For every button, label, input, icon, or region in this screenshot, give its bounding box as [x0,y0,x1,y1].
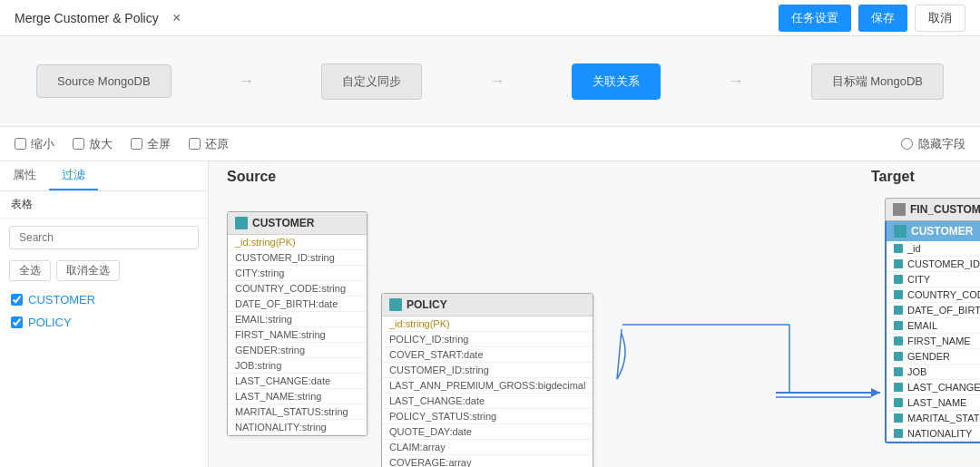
diagram-area: Source Target CUSTOMER _id: [209,161,980,467]
target-row: COUNTRY_CODE [887,287,980,303]
table-row: DATE_OF_BIRTH:date [228,297,367,312]
table-row: COVER_START:date [382,347,593,363]
target-row: NATIONALITY [887,426,980,442]
table-item-customer[interactable]: CUSTOMER [0,288,208,311]
fin-customer-header: FIN_CUSTOMER [885,198,980,221]
enlarge-checkbox[interactable] [73,138,84,150]
table-row: COUNTRY_CODE:string [228,281,367,297]
target-row: LAST_NAME [887,395,980,411]
target-row: CUSTOMER_ID [887,257,980,272]
pipeline-arrow-1 [172,72,321,91]
toolbar-enlarge[interactable]: 放大 [73,136,113,152]
customer-table[interactable]: CUSTOMER _id:string(PK) CUSTOMER_ID:stri… [227,211,368,436]
section-table-label: 表格 [0,191,208,219]
customer-table-header: CUSTOMER [228,212,367,235]
shrink-checkbox[interactable] [15,138,26,150]
target-row: LAST_CHANGE [887,380,980,395]
restore-checkbox[interactable] [189,138,201,150]
fin-icon [893,203,906,216]
toolbar: 缩小 放大 全屏 还原 隐藏字段 [0,127,980,161]
target-label: Target [871,169,915,185]
target-row: FIRST_NAME [887,334,980,349]
table-row: CUSTOMER_ID:string [228,250,367,266]
search-input[interactable] [9,226,199,249]
target-row: _id [887,241,980,257]
pipeline-arrow-3 [661,72,810,91]
target-row: GENDER [887,349,980,365]
deselect-all-button[interactable]: 取消全选 [56,260,120,281]
hide-fields-radio[interactable] [901,138,913,150]
target-inner-header: CUSTOMER [887,221,980,241]
table-row: EMAIL:string [228,312,367,327]
table-row: CLAIM:array [382,440,593,455]
pipeline-arrow-2 [422,72,572,91]
target-row: JOB [887,365,980,380]
target-group[interactable]: FIN_CUSTOMER CUSTOMER _id CUSTOMER_ID CI… [885,198,980,443]
title-bar: Merge Customer & Policy × 任务设置 保存 取消 [0,0,980,36]
target-row: DATE_OF_BIRTH [887,303,980,318]
svg-marker-3 [871,388,880,397]
save-button[interactable]: 保存 [858,5,907,32]
table-row: COVERAGE:array [382,455,593,467]
policy-checkbox[interactable] [11,316,23,328]
tab-filter[interactable]: 过滤 [49,161,98,190]
table-row: MARITAL_STATUS:string [228,404,367,420]
target-row: MARITAL_STATUS [887,411,980,426]
source-label: Source [227,169,276,185]
table-row: _id:string(PK) [382,316,593,332]
select-buttons: 全选 取消全选 [0,257,208,285]
table-row: QUOTE_DAY:date [382,424,593,440]
table-row: CITY:string [228,266,367,281]
table-row: NATIONALITY:string [228,420,367,435]
table-row: LAST_NAME:string [228,389,367,404]
title-bar-actions: 任务设置 保存 取消 [779,5,965,32]
toolbar-left: 缩小 放大 全屏 还原 [15,136,229,152]
table-row: LAST_CHANGE:date [228,374,367,389]
pipeline-step-source[interactable]: Source MongoDB [36,64,172,98]
table-item-policy[interactable]: POLICY [0,311,208,334]
tab-attribute[interactable]: 属性 [0,161,49,190]
pipeline-step-relation[interactable]: 关联关系 [572,63,661,100]
select-all-button[interactable]: 全选 [9,260,51,281]
target-inner-icon [894,225,906,238]
left-panel: 属性 过滤 表格 全选 取消全选 CUSTOMER POLICY [0,161,209,467]
table-row: LAST_CHANGE:date [382,394,593,409]
toolbar-fullscreen[interactable]: 全屏 [131,136,171,152]
customer-table-icon [235,217,248,229]
toolbar-right: 隐藏字段 [901,136,965,152]
toolbar-shrink[interactable]: 缩小 [15,136,54,152]
table-row: JOB:string [228,358,367,374]
policy-table[interactable]: POLICY _id:string(PK) POLICY_ID:string C… [381,293,593,467]
table-row: POLICY_ID:string [382,332,593,347]
target-row: EMAIL [887,318,980,334]
toolbar-restore[interactable]: 还原 [189,136,229,152]
close-button[interactable]: × [166,7,188,29]
table-row: _id:string(PK) [228,235,367,250]
table-row: GENDER:string [228,343,367,358]
table-row: POLICY_STATUS:string [382,409,593,424]
table-row: LAST_ANN_PREMIUM_GROSS:bigdecimal [382,378,593,394]
customer-table-rows: _id:string(PK) CUSTOMER_ID:string CITY:s… [228,235,367,435]
customer-inner-table: CUSTOMER _id CUSTOMER_ID CITY COUNTRY_CO… [885,221,980,443]
policy-table-icon [389,298,402,311]
dialog-title: Merge Customer & Policy [15,11,159,25]
main-content: 属性 过滤 表格 全选 取消全选 CUSTOMER POLICY Source … [0,161,980,467]
fullscreen-checkbox[interactable] [131,138,142,150]
customer-checkbox[interactable] [11,294,23,306]
svg-line-0 [617,329,622,379]
policy-table-rows: _id:string(PK) POLICY_ID:string COVER_ST… [382,316,593,467]
policy-table-header: POLICY [382,294,593,316]
target-row: CITY [887,272,980,287]
cancel-button[interactable]: 取消 [915,5,965,32]
table-row: CUSTOMER_ID:string [382,363,593,378]
pipeline-steps: Source MongoDB 自定义同步 关联关系 目标端 MongoDB [0,36,980,127]
pipeline-step-target[interactable]: 目标端 MongoDB [811,63,944,100]
table-row: FIRST_NAME:string [228,327,367,343]
pipeline-step-custom-sync[interactable]: 自定义同步 [321,63,422,100]
task-settings-button[interactable]: 任务设置 [779,5,851,32]
left-panel-tabs: 属性 过滤 [0,161,208,191]
table-list: CUSTOMER POLICY [0,285,208,337]
title-bar-left: Merge Customer & Policy × [15,7,188,29]
